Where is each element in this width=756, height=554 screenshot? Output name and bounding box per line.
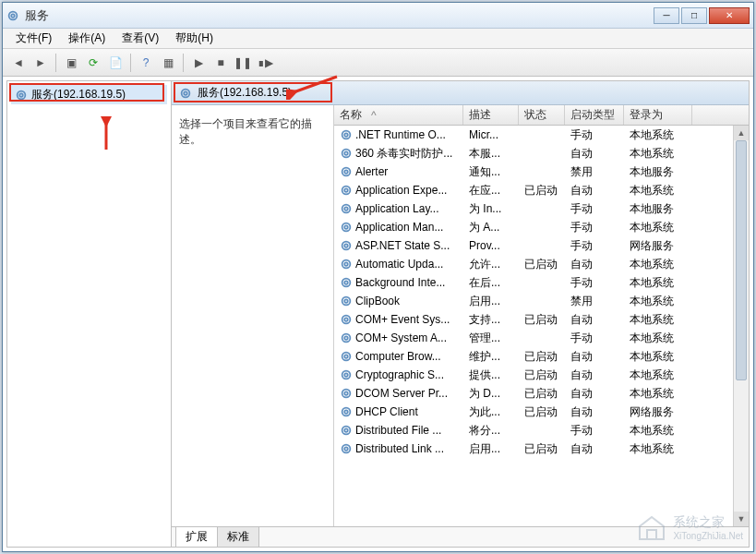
service-status: 已启动 bbox=[519, 183, 565, 199]
service-name: COM+ System A... bbox=[355, 331, 447, 344]
svg-point-9 bbox=[344, 151, 348, 155]
separator bbox=[130, 54, 131, 72]
column-name[interactable]: 名称 ^ bbox=[334, 105, 463, 125]
service-logon: 本地系统 bbox=[624, 146, 692, 162]
gear-icon bbox=[340, 387, 353, 400]
scroll-thumb[interactable] bbox=[736, 140, 747, 380]
service-logon: 本地服务 bbox=[624, 164, 692, 180]
service-row[interactable]: Application Man...为 A...手动本地系统 bbox=[334, 218, 749, 236]
service-logon: 本地系统 bbox=[624, 312, 692, 328]
svg-point-37 bbox=[344, 410, 348, 414]
service-name: .NET Runtime O... bbox=[355, 128, 446, 141]
service-logon: 本地系统 bbox=[624, 423, 692, 439]
list-body[interactable]: .NET Runtime O...Micr...手动本地系统360 杀毒实时防护… bbox=[334, 126, 749, 526]
service-desc: 为 D... bbox=[463, 386, 519, 402]
column-desc[interactable]: 描述 bbox=[463, 105, 519, 125]
service-row[interactable]: Application Expe...在应...已启动自动本地系统 bbox=[334, 181, 749, 199]
service-desc: 支持... bbox=[463, 312, 519, 328]
export-list-button[interactable]: 📄 bbox=[105, 53, 126, 73]
service-name: DCOM Server Pr... bbox=[355, 387, 448, 400]
tree-root-services[interactable]: 服务(192.168.19.5) bbox=[11, 85, 167, 104]
service-status: 已启动 bbox=[519, 257, 565, 272]
minimize-button[interactable]: ─ bbox=[654, 7, 679, 24]
svg-point-6 bbox=[342, 131, 351, 139]
column-status[interactable]: 状态 bbox=[519, 105, 565, 125]
svg-point-16 bbox=[342, 223, 351, 232]
menu-file[interactable]: 文件(F) bbox=[10, 29, 57, 48]
svg-point-27 bbox=[344, 318, 348, 321]
svg-point-36 bbox=[342, 408, 351, 416]
scroll-up-icon[interactable]: ▲ bbox=[734, 126, 749, 140]
service-row[interactable]: Automatic Upda...允许...已启动自动本地系统 bbox=[334, 255, 749, 273]
services-list: 名称 ^ 描述 状态 启动类型 登录为 .NET Runtime O...Mic… bbox=[333, 105, 749, 526]
maximize-button[interactable]: □ bbox=[681, 7, 707, 24]
show-hide-tree-button[interactable]: ▣ bbox=[61, 53, 81, 73]
svg-point-41 bbox=[344, 447, 348, 451]
service-start: 禁用 bbox=[565, 294, 624, 309]
separator bbox=[55, 54, 56, 72]
gear-icon bbox=[340, 295, 353, 307]
service-row[interactable]: Computer Brow...维护...已启动自动本地系统 bbox=[334, 347, 749, 366]
svg-point-39 bbox=[344, 428, 348, 432]
service-name: Application Expe... bbox=[355, 184, 447, 197]
service-row[interactable]: 360 杀毒实时防护...本服...自动本地系统 bbox=[334, 144, 749, 163]
service-row[interactable]: ClipBook启用...禁用本地系统 bbox=[334, 292, 749, 310]
svg-point-20 bbox=[342, 260, 351, 269]
column-start[interactable]: 启动类型 bbox=[565, 105, 624, 125]
stop-service-button[interactable]: ■ bbox=[210, 53, 231, 73]
restart-service-button[interactable]: ∎▶ bbox=[255, 53, 275, 73]
service-row[interactable]: Cryptographic S...提供...已启动自动本地系统 bbox=[334, 366, 749, 384]
service-row[interactable]: COM+ System A...管理...手动本地系统 bbox=[334, 329, 749, 347]
vertical-scrollbar[interactable]: ▲ ▼ bbox=[733, 126, 749, 526]
service-desc: Prov... bbox=[463, 239, 519, 252]
service-start: 手动 bbox=[565, 201, 624, 217]
service-start: 手动 bbox=[565, 238, 624, 254]
service-row[interactable]: DHCP Client为此...已启动自动网络服务 bbox=[334, 403, 749, 421]
menu-view[interactable]: 查看(V) bbox=[116, 29, 164, 48]
panel-header-title: 服务(192.168.19.5) bbox=[198, 85, 292, 101]
content-area: 服务(192.168.19.5) 服务(192.168.19.5) 选择一个项目… bbox=[6, 80, 750, 548]
service-row[interactable]: ASP.NET State S...Prov...手动网络服务 bbox=[334, 236, 749, 255]
properties-button[interactable]: ▦ bbox=[158, 53, 178, 73]
help-button[interactable]: ? bbox=[136, 53, 156, 73]
service-start: 自动 bbox=[565, 257, 624, 272]
tab-extended[interactable]: 扩展 bbox=[175, 526, 218, 547]
list-header: 名称 ^ 描述 状态 启动类型 登录为 bbox=[334, 105, 749, 126]
menu-help[interactable]: 帮助(H) bbox=[170, 29, 219, 48]
toolbar: ◄ ► ▣ ⟳ 📄 ? ▦ ▶ ■ ❚❚ ∎▶ bbox=[3, 49, 753, 77]
start-service-button[interactable]: ▶ bbox=[188, 53, 209, 73]
close-button[interactable]: ✕ bbox=[709, 7, 750, 24]
service-start: 手动 bbox=[565, 127, 624, 143]
refresh-button[interactable]: ⟳ bbox=[83, 53, 103, 73]
service-row[interactable]: Alerter通知...禁用本地服务 bbox=[334, 163, 749, 181]
service-row[interactable]: Distributed File ...将分...手动本地系统 bbox=[334, 421, 749, 440]
description-hint: 选择一个项目来查看它的描述。 bbox=[179, 116, 326, 148]
menu-action[interactable]: 操作(A) bbox=[63, 29, 111, 48]
back-button[interactable]: ◄ bbox=[8, 53, 29, 73]
service-row[interactable]: Background Inte...在后...手动本地系统 bbox=[334, 273, 749, 292]
service-row[interactable]: .NET Runtime O...Micr...手动本地系统 bbox=[334, 126, 749, 144]
service-row[interactable]: Application Lay...为 In...手动本地服务 bbox=[334, 199, 749, 218]
svg-point-30 bbox=[342, 353, 351, 361]
service-status: 已启动 bbox=[519, 441, 565, 457]
forward-button[interactable]: ► bbox=[30, 53, 51, 73]
column-logon[interactable]: 登录为 bbox=[624, 105, 692, 125]
svg-point-32 bbox=[342, 371, 351, 379]
service-logon: 网络服务 bbox=[624, 404, 692, 420]
service-desc: 在后... bbox=[463, 275, 519, 291]
svg-point-15 bbox=[344, 207, 348, 211]
pause-service-button[interactable]: ❚❚ bbox=[233, 53, 253, 73]
service-logon: 本地系统 bbox=[624, 349, 692, 365]
service-row[interactable]: COM+ Event Sys...支持...已启动自动本地系统 bbox=[334, 310, 749, 329]
gear-icon bbox=[340, 202, 353, 215]
tree-panel: 服务(192.168.19.5) bbox=[7, 81, 172, 547]
titlebar: 服务 ─ □ ✕ bbox=[3, 3, 753, 29]
svg-point-19 bbox=[344, 244, 348, 247]
service-logon: 本地系统 bbox=[624, 294, 692, 309]
service-row[interactable]: DCOM Server Pr...为 D...已启动自动本地系统 bbox=[334, 384, 749, 403]
gear-icon bbox=[340, 350, 353, 363]
gear-icon bbox=[340, 128, 353, 141]
tab-standard[interactable]: 标准 bbox=[217, 526, 259, 547]
service-start: 手动 bbox=[565, 220, 624, 235]
service-row[interactable]: Distributed Link ...启用...已启动自动本地系统 bbox=[334, 440, 749, 458]
